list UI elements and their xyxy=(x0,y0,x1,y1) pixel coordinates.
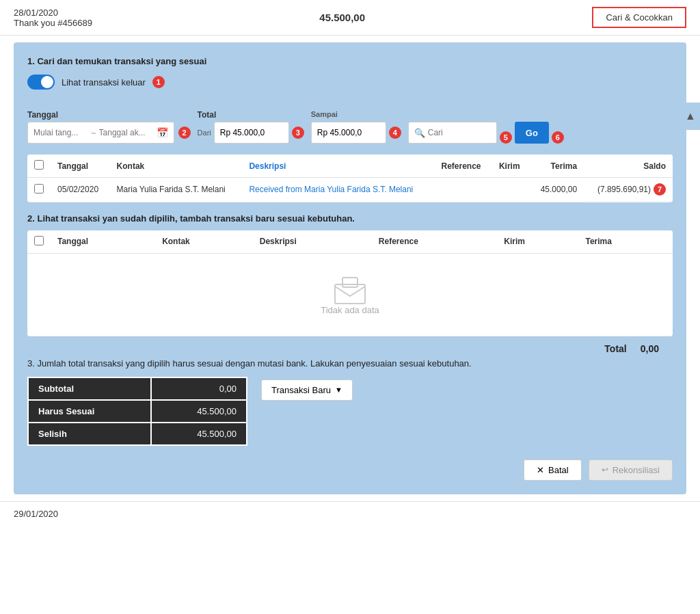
row-terima: 45.000,00 xyxy=(530,178,584,202)
amount-to-input[interactable] xyxy=(311,122,386,144)
scroll-up-button[interactable]: ▲ xyxy=(681,103,700,130)
table2-head: Tanggal Kontak Deskripsi Reference Kirim… xyxy=(27,230,673,254)
svg-rect-1 xyxy=(342,278,358,287)
go-badge: 6 xyxy=(552,131,564,144)
section3-title: 3. Jumlah total transaksi yang dipilih h… xyxy=(27,358,673,369)
bottom-buttons: ✕ Batal ↩ Rekonsiliasi xyxy=(27,459,673,481)
th-deskripsi: Deskripsi xyxy=(242,155,434,178)
row-kirim xyxy=(492,178,530,202)
rekonsiliasi-icon: ↩ xyxy=(602,465,608,475)
toggle-row: Lihat transaksi keluar 1 xyxy=(27,75,673,90)
summary-table: Subtotal 0,00 Harus Sesuai 45.500,00 Sel… xyxy=(27,377,247,446)
empty-text: Tidak ada data xyxy=(321,305,379,315)
transaksi-baru-label: Transaksi Baru xyxy=(271,385,331,395)
th-saldo: Saldo xyxy=(584,155,673,178)
date-filter-group: Tanggal ~ 📅 2 xyxy=(27,110,191,144)
row-contact: Maria Yulia Farida S.T. Melani xyxy=(110,178,243,202)
th-kirim: Kirim xyxy=(492,155,530,178)
rekonsiliasi-button[interactable]: ↩ Rekonsiliasi xyxy=(589,459,673,481)
th2-tanggal: Tanggal xyxy=(51,230,155,254)
selisih-row: Selisih 45.500,00 xyxy=(28,423,247,445)
th-checkbox xyxy=(27,155,51,178)
select-all-checkbox[interactable] xyxy=(34,160,44,170)
subtotal-label: Subtotal xyxy=(28,377,151,400)
transaksi-baru-button[interactable]: Transaksi Baru ▼ xyxy=(261,379,353,401)
th2-terima: Terima xyxy=(578,230,673,254)
select-all2-checkbox[interactable] xyxy=(34,236,44,245)
rekonsiliasi-label: Rekonsiliasi xyxy=(612,465,660,475)
toggle-circle xyxy=(41,76,53,88)
top-bar-ref: Thank you #456689 xyxy=(14,18,92,28)
date-start-wrapper[interactable]: ~ 📅 xyxy=(27,122,174,144)
th2-kirim: Kirim xyxy=(497,230,578,254)
from-badge: 3 xyxy=(292,126,304,139)
x-icon: ✕ xyxy=(537,465,544,475)
row-checkbox[interactable] xyxy=(34,184,44,193)
chevron-down-icon: ▼ xyxy=(335,386,342,394)
search-icon: 🔍 xyxy=(414,128,425,138)
row-reference xyxy=(435,178,492,202)
empty-row: Tidak ada data xyxy=(27,253,673,336)
total-filter-label: Total xyxy=(198,110,304,120)
arrow-up-icon: ▲ xyxy=(685,110,696,122)
table1: Tanggal Kontak Deskripsi Reference Kirim… xyxy=(27,155,673,202)
top-bar-left: 28/01/2020 Thank you #456689 xyxy=(14,8,92,28)
batal-button[interactable]: ✕ Batal xyxy=(524,459,582,481)
th-reference: Reference xyxy=(435,155,492,178)
toggle-lihat-transaksi[interactable] xyxy=(27,75,55,90)
th-tanggal: Tanggal xyxy=(51,155,110,178)
date-filter-label: Tanggal xyxy=(27,110,191,120)
selisih-label: Selisih xyxy=(28,423,151,445)
selisih-value: 45.500,00 xyxy=(151,423,247,445)
go-button[interactable]: Go xyxy=(515,122,549,144)
toggle-badge: 1 xyxy=(152,76,165,88)
search-input[interactable] xyxy=(428,128,483,137)
total-label: Total xyxy=(604,343,626,354)
section1-title: 1. Cari dan temukan transaksi yang sesua… xyxy=(27,56,673,66)
date-end-input[interactable] xyxy=(99,128,154,137)
amount-from-input[interactable] xyxy=(214,122,289,144)
bottom-bar: 29/01/2020 xyxy=(0,501,700,526)
table1-body: 05/02/2020 Maria Yulia Farida S.T. Melan… xyxy=(27,178,673,202)
section2-title: 2. Lihat transaksi yan sudah dipilih, ta… xyxy=(27,213,673,224)
cari-cocokkan-button[interactable]: Cari & Cocokkan xyxy=(592,7,686,28)
th2-kontak: Kontak xyxy=(155,230,253,254)
row-description: Received from Maria Yulia Farida S.T. Me… xyxy=(242,178,434,202)
harus-sesuai-value: 45.500,00 xyxy=(151,400,247,423)
table1-head: Tanggal Kontak Deskripsi Reference Kirim… xyxy=(27,155,673,178)
row-date: 05/02/2020 xyxy=(51,178,110,202)
table2-body: Tidak ada data xyxy=(27,253,673,336)
top-bar-date: 28/01/2020 xyxy=(14,8,92,18)
th-kontak: Kontak xyxy=(110,155,243,178)
harus-sesuai-label: Harus Sesuai xyxy=(28,400,151,423)
harus-sesuai-row: Harus Sesuai 45.500,00 xyxy=(28,400,247,423)
date-start-input[interactable] xyxy=(33,128,88,137)
sampai-filter-group: Sampai 4 xyxy=(311,101,401,144)
row-saldo: (7.895.690,91) 7 xyxy=(584,178,673,202)
from-label: Dari xyxy=(198,129,211,137)
subtotal-row: Subtotal 0,00 xyxy=(28,377,247,400)
th2-checkbox xyxy=(27,230,51,254)
to-label: Sampai xyxy=(311,110,401,118)
search-wrap[interactable]: 🔍 xyxy=(408,122,497,144)
date-separator: ~ xyxy=(91,128,96,138)
filter-row: Tanggal ~ 📅 2 Total Dari 3 xyxy=(27,101,673,144)
total-filter-group: Total Dari 3 xyxy=(198,110,304,144)
empty-state: Tidak ada data xyxy=(27,254,673,336)
subtotal-value: 0,00 xyxy=(151,377,247,400)
table-row: 05/02/2020 Maria Yulia Farida S.T. Melan… xyxy=(27,178,673,202)
top-bar: 28/01/2020 Thank you #456689 45.500,00 C… xyxy=(0,0,700,36)
bottom-date: 29/01/2020 xyxy=(14,509,58,519)
to-badge: 4 xyxy=(389,126,401,139)
main-section: 1. Cari dan temukan transaksi yang sesua… xyxy=(14,42,686,494)
th2-reference: Reference xyxy=(372,230,497,254)
date-badge: 2 xyxy=(178,126,191,139)
row-badge: 7 xyxy=(654,183,666,196)
table2: Tanggal Kontak Deskripsi Reference Kirim… xyxy=(27,230,673,336)
search-badge: 5 xyxy=(500,131,512,144)
section3-content: Subtotal 0,00 Harus Sesuai 45.500,00 Sel… xyxy=(27,377,673,446)
th2-deskripsi: Deskripsi xyxy=(253,230,372,254)
top-bar-amount: 45.500,00 xyxy=(319,12,365,23)
table-section2: Tanggal Kontak Deskripsi Reference Kirim… xyxy=(27,230,673,336)
total-value: 0,00 xyxy=(641,343,659,354)
